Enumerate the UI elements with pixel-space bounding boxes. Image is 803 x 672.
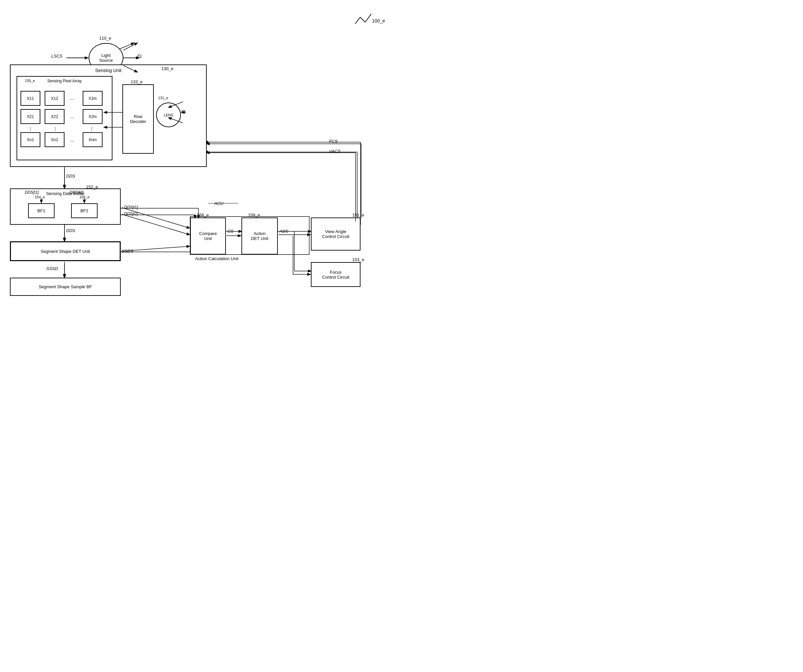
cell-xn2: Xn2 xyxy=(45,132,65,147)
fcs-label: FCS xyxy=(329,139,338,144)
rl-label: RL xyxy=(181,109,187,114)
sensing-unit-ref: 130_e xyxy=(161,66,173,71)
svg-line-32 xyxy=(360,17,365,22)
dots-rn: ··· xyxy=(70,138,74,143)
row-decoder-ref: 133_e xyxy=(131,80,143,84)
segment-shape-det-label: Segment Shape DET Unit xyxy=(41,249,90,254)
segment-shape-sample-box: Segment Shape Sample BF xyxy=(10,278,121,296)
sensing-unit-label: Sensing Unit xyxy=(13,68,203,73)
sensing-data-buffer-ref: 152_e xyxy=(86,185,98,189)
segment-shape-sample-label: Segment Shape Sample BF xyxy=(39,284,92,289)
cell-xnm: Xnm xyxy=(83,132,102,147)
compare-unit-ref: 158_e xyxy=(197,213,209,218)
compare-unit-box: Compare Unit xyxy=(190,218,226,255)
svg-line-49 xyxy=(122,214,190,235)
dds-t2-cmp-label: DDS[t2] xyxy=(124,211,138,216)
light-source-ref: 110_e xyxy=(99,36,111,41)
vdots-3: ⋮ xyxy=(89,126,94,131)
dds-seg-label: DDS xyxy=(66,228,75,233)
vdots-2: ⋮ xyxy=(53,126,57,131)
dds-t1-buf-label: DDS[t1] xyxy=(25,190,39,195)
bf2-box: BF2 xyxy=(71,203,98,218)
view-angle-control-box: View Angle Control Circuit xyxy=(311,218,361,250)
segment-shape-det-box: Segment Shape DET Unit xyxy=(10,241,121,261)
dots-r2: ··· xyxy=(70,115,74,120)
bf2-label: BF2 xyxy=(80,208,88,213)
cell-x22: X22 xyxy=(45,109,65,124)
acu-label: ACU xyxy=(214,201,223,206)
cs-label: CS xyxy=(228,229,234,234)
lscs-label: LSCS xyxy=(51,54,62,58)
row-decoder-label: Row Decoder xyxy=(130,114,146,124)
pixel-array-ref: 135_e xyxy=(25,79,35,83)
main-ref-label: 100_e xyxy=(372,18,385,23)
focus-control-box: Focus Control Circuit xyxy=(311,262,361,287)
lens-ref: 131_e xyxy=(158,96,168,100)
cell-x1m: X1m xyxy=(83,91,102,106)
bf1-label: BF1 xyxy=(37,208,45,213)
lens-ellipse: LENS xyxy=(156,102,181,127)
el-label: EL xyxy=(137,54,143,58)
light-source-label: Light Source xyxy=(99,53,113,63)
svg-line-34 xyxy=(370,14,371,16)
lens-label: LENS xyxy=(164,113,173,117)
focus-control-ref: 153_e xyxy=(352,257,364,262)
view-angle-ref: 151_e xyxy=(352,213,364,218)
dds-down-label: DDS xyxy=(66,174,75,179)
sssd-label: SSSD xyxy=(46,266,58,271)
ref-icon xyxy=(352,14,372,27)
ssds-label: SSDS xyxy=(122,248,133,253)
cell-x2m: X2m xyxy=(83,109,102,124)
bf1-ref: 154_e xyxy=(35,195,45,199)
action-det-unit-box: Action DET Unit xyxy=(241,218,278,255)
focus-control-label: Focus Control Circuit xyxy=(322,270,349,280)
action-det-unit-label: Action DET Unit xyxy=(251,231,268,241)
dds-t1-cmp-label: DDS[t1] xyxy=(124,205,138,209)
dots-r1: ··· xyxy=(70,97,74,102)
svg-line-48 xyxy=(122,208,190,228)
cell-x11: X11 xyxy=(21,91,41,106)
action-calc-label: Action Calculation Unit xyxy=(195,256,239,261)
bf2-ref: 156_e xyxy=(80,195,89,199)
cell-x21: X21 xyxy=(21,109,41,124)
diagram: 100_e Light Source 110_e LSCS EL Sensing… xyxy=(0,0,402,336)
compare-unit-label: Compare Unit xyxy=(199,231,217,241)
vdots-1: ⋮ xyxy=(28,126,33,131)
svg-line-36 xyxy=(124,43,137,50)
action-det-ref: 159_e xyxy=(248,213,260,218)
ads-label: ADS xyxy=(280,229,288,234)
bf1-box: BF1 xyxy=(28,203,55,218)
dds-t2-buf-label: DDS[t2] xyxy=(70,190,83,195)
svg-line-33 xyxy=(365,16,370,22)
svg-line-31 xyxy=(355,17,360,24)
view-angle-label: View Angle Control Circuit xyxy=(322,229,349,239)
cell-xn1: Xn1 xyxy=(21,132,41,147)
row-decoder-box: Row Decoder xyxy=(122,84,154,154)
vacs-label: VACS xyxy=(329,149,341,154)
cell-x12: X12 xyxy=(45,91,65,106)
